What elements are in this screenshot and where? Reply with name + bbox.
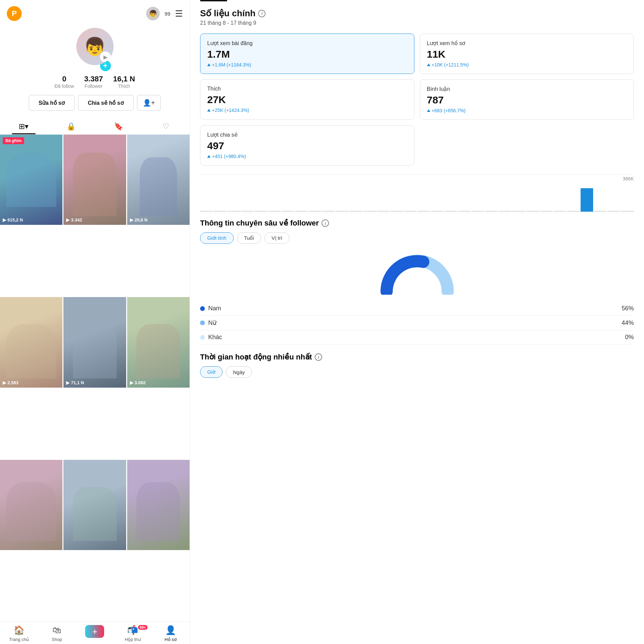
share-profile-button[interactable]: Chia sẻ hồ sơ [78, 95, 134, 111]
nav-profile[interactable]: 👤 Hồ sơ [152, 625, 190, 642]
stat-following: 0 Đã follow [55, 75, 74, 89]
time-tab-day[interactable]: Ngày [226, 366, 252, 378]
followers-label: Follower [84, 83, 102, 89]
video-thumb-3[interactable]: ▶ 20,6 N [127, 135, 190, 225]
tab-saved[interactable]: 🔖 [95, 117, 142, 134]
info-icon[interactable]: i [258, 10, 266, 17]
followers-count: 3.387 [84, 75, 103, 83]
metric-profile-views-title: Lượt xem hồ sơ [427, 40, 627, 46]
top-bar: P 👦 99 ☰ [0, 0, 190, 24]
arrow-up-icon-2 [427, 63, 430, 66]
arrow-up-icon-3 [207, 109, 211, 112]
video-count-4: ▶ 2.583 [3, 380, 19, 385]
play-icon: ▶ [130, 217, 133, 222]
heart-icon: ♡ [162, 122, 169, 131]
arrow-up-icon-5 [207, 155, 211, 158]
metric-profile-views-change: +10K (+1211.5%) [427, 62, 627, 67]
nav-shop[interactable]: 🛍 Shop [38, 625, 76, 642]
metric-likes-value: 27K [207, 94, 407, 105]
inbox-icon: 📬 [127, 625, 138, 636]
profile-stats-row: 0 Đã follow 3.387 Follower 16,1 N Thích [55, 75, 135, 89]
create-plus[interactable]: + [85, 625, 104, 638]
top-bar-left: P [7, 6, 22, 21]
following-count: 0 [62, 75, 66, 83]
video-thumb-9[interactable] [127, 460, 190, 550]
video-count-2: ▶ 3.342 [66, 217, 82, 222]
tab-liked[interactable]: ♡ [142, 117, 190, 134]
metric-shares-title: Lượt chia sẻ [207, 132, 407, 138]
tab-private[interactable]: 🔒 [47, 117, 95, 134]
top-bar-right: 👦 99 ☰ [146, 7, 183, 20]
metric-shares-value: 497 [207, 140, 407, 152]
filter-location[interactable]: Vị trí [265, 232, 290, 244]
video-thumb-8[interactable] [63, 460, 126, 550]
play-icon: ▶ [3, 217, 6, 222]
metric-views-value: 1.7M [207, 48, 407, 60]
nav-home[interactable]: 🏠 Trang chủ [0, 625, 38, 642]
metrics-grid: Lượt xem bài đăng 1.7M +1.6M (+1184.3%) … [200, 34, 634, 165]
likes-label: Thích [118, 83, 130, 89]
male-dot [200, 306, 205, 311]
home-icon: 🏠 [14, 625, 24, 636]
metric-profile-views-value: 11K [427, 48, 627, 60]
play-icon: ▶ [66, 217, 70, 222]
donut-chart [380, 251, 454, 295]
filter-gender[interactable]: Giới tính [200, 232, 234, 244]
video-count-1: ▶ 615,2 N [3, 217, 23, 222]
time-tab-hour[interactable]: Giờ [200, 366, 222, 378]
home-label: Trang chủ [9, 637, 29, 642]
grid-icon: ⊞▾ [19, 122, 28, 131]
add-friend-button[interactable]: 👤+ [137, 95, 161, 111]
action-buttons: Sửa hồ sơ Chia sẻ hồ sơ 👤+ [29, 95, 161, 111]
arrow-up-icon-4 [427, 109, 430, 112]
video-thumb-1[interactable]: Đã ghim ▶ 615,2 N [0, 135, 62, 225]
nav-create[interactable]: + [76, 625, 114, 642]
section-title: Số liệu chính i [200, 8, 266, 19]
menu-icon[interactable]: ☰ [175, 8, 183, 19]
play-overlay-icon: ▶ [100, 52, 111, 62]
right-panel: Số liệu chính i 21 tháng 8 - 17 tháng 9 … [190, 0, 644, 644]
other-dot [200, 335, 205, 340]
metric-card-shares: Lượt chia sẻ 497 +451 (+980.4%) [200, 125, 414, 165]
video-thumb-2[interactable]: ▶ 3.342 [63, 135, 126, 225]
metrics-header: Số liệu chính i 21 tháng 8 - 17 tháng 9 [200, 8, 634, 26]
other-label: Khác [208, 334, 222, 341]
stat-likes: 16,1 N Thích [113, 75, 135, 89]
active-time-info-icon[interactable]: i [315, 353, 322, 361]
filter-age[interactable]: Tuổi [237, 232, 261, 244]
profile-nav-icon: 👤 [165, 625, 176, 636]
female-label: Nữ [208, 319, 216, 327]
stat-followers: 3.387 Follower [84, 75, 103, 89]
nav-inbox[interactable]: 📬 99+ Hộp thư [114, 625, 152, 642]
metric-card-comments: Bình luận 787 +683 (+656.7%) [420, 79, 634, 120]
metric-card-profile-views: Lượt xem hồ sơ 11K +10K (+1211.5%) [420, 34, 634, 74]
video-thumb-5[interactable]: ▶ 71,1 N [63, 297, 126, 387]
metric-card-likes: Thích 27K +25K (+1424.3%) [200, 79, 414, 120]
video-count-6: ▶ 3.092 [130, 380, 146, 385]
active-time-title: Thời gian hoạt động nhiều nhất i [200, 353, 634, 362]
tab-grid[interactable]: ⊞▾ [0, 117, 47, 134]
chart-max-label: 366K [200, 176, 634, 181]
profile-nav-label: Hồ sơ [164, 637, 177, 642]
bottom-nav: 🏠 Trang chủ 🛍 Shop + 📬 99+ Hộp thư 👤 Hồ … [0, 621, 190, 644]
metric-views-title: Lượt xem bài đăng [207, 40, 407, 46]
donut-chart-container [200, 251, 634, 295]
gender-female-left: Nữ [200, 319, 216, 327]
video-thumb-6[interactable]: ▶ 3.092 [127, 297, 190, 387]
video-grid: Đã ghim ▶ 615,2 N ▶ 3.342 ▶ 20,6 N ▶ [0, 135, 190, 621]
metric-views-change: +1.6M (+1184.3%) [207, 62, 407, 67]
header-avatar[interactable]: 👦 [146, 7, 160, 20]
male-pct: 56% [622, 305, 634, 312]
video-thumb-7[interactable] [0, 460, 62, 550]
edit-profile-button[interactable]: Sửa hồ sơ [29, 95, 75, 111]
profile-section: 👦 ▶ + 0 Đã follow 3.387 Follower 16,1 N … [0, 24, 190, 115]
follower-info-icon[interactable]: i [321, 219, 329, 227]
follower-section-title: Thông tin chuyên sâu về follower i [200, 219, 634, 228]
shop-label: Shop [52, 637, 62, 642]
chart-bar [581, 188, 593, 212]
female-dot [200, 320, 205, 325]
section-divider-1 [200, 174, 634, 175]
left-panel: P 👦 99 ☰ 👦 ▶ + 0 Đã follow 3.387 Followe… [0, 0, 190, 644]
other-pct: 0% [625, 334, 634, 341]
video-thumb-4[interactable]: ▶ 2.583 [0, 297, 62, 387]
